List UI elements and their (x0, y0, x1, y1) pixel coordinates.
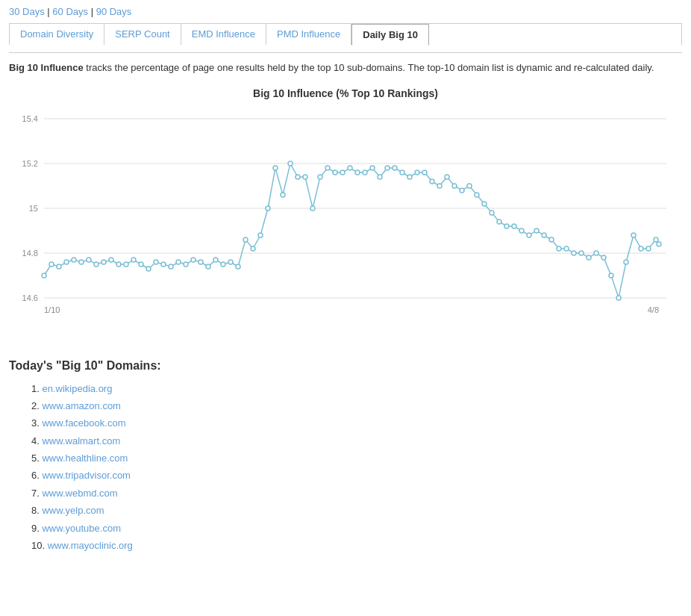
svg-point-88 (609, 273, 613, 278)
svg-point-31 (184, 262, 188, 267)
svg-point-66 (445, 175, 449, 179)
svg-point-92 (639, 246, 643, 251)
chart-points (42, 161, 661, 300)
svg-point-47 (303, 175, 307, 179)
list-item: 3. www.facebook.com (31, 414, 682, 432)
60-days-link[interactable]: 60 Days (52, 6, 88, 17)
svg-point-41 (258, 233, 263, 237)
big10-section: Today's "Big 10" Domains: 1. en.wikipedi… (9, 359, 682, 555)
chart-title: Big 10 Influence (% Top 10 Rankings) (9, 87, 682, 99)
list-item: 2. www.amazon.com (31, 397, 682, 414)
svg-point-51 (333, 170, 337, 175)
svg-point-76 (519, 228, 524, 233)
domain-link-1[interactable]: en.wikipedia.org (42, 383, 112, 394)
svg-point-58 (385, 166, 390, 170)
svg-point-53 (348, 166, 352, 170)
svg-point-49 (318, 175, 322, 179)
svg-point-24 (131, 258, 136, 262)
tab-emd-influence[interactable]: EMD Influence (181, 24, 266, 45)
svg-point-83 (572, 251, 576, 255)
svg-point-37 (228, 260, 233, 264)
svg-point-38 (236, 264, 240, 269)
domain-link-9[interactable]: www.youtube.com (42, 523, 121, 534)
svg-point-65 (437, 184, 442, 188)
domain-link-7[interactable]: www.webmd.com (42, 488, 117, 499)
svg-point-39 (243, 237, 248, 242)
domain-link-8[interactable]: www.yelp.com (42, 505, 104, 516)
svg-point-91 (631, 233, 636, 237)
tab-pmd-influence[interactable]: PMD Influence (266, 24, 351, 45)
domain-link-3[interactable]: www.facebook.com (42, 417, 125, 429)
svg-point-93 (646, 246, 651, 251)
svg-point-23 (124, 262, 128, 267)
svg-point-34 (206, 264, 210, 269)
svg-point-48 (310, 206, 315, 211)
svg-point-95 (657, 242, 661, 246)
list-item: 10. www.mayoclinic.org (31, 537, 682, 554)
svg-text:4/8: 4/8 (648, 305, 659, 314)
svg-point-13 (49, 262, 54, 267)
svg-point-73 (497, 220, 501, 224)
svg-point-50 (325, 166, 330, 170)
chart-container: Big 10 Influence (% Top 10 Rankings) 15.… (9, 87, 682, 344)
svg-point-42 (266, 206, 270, 211)
90-days-link[interactable]: 90 Days (96, 6, 132, 17)
chart-wrap: 15.4 15.2 15 14.8 14.6 1/10 4/8 (17, 105, 674, 344)
svg-point-36 (221, 262, 225, 267)
svg-point-79 (542, 233, 546, 237)
svg-point-40 (251, 246, 255, 251)
svg-point-74 (504, 224, 509, 228)
svg-text:15.4: 15.4 (22, 114, 38, 123)
domain-link-10[interactable]: www.mayoclinic.org (48, 540, 133, 551)
svg-point-32 (191, 258, 196, 262)
svg-point-12 (42, 273, 46, 278)
domain-link-2[interactable]: www.amazon.com (42, 400, 120, 411)
svg-point-14 (57, 264, 61, 269)
svg-point-81 (557, 246, 561, 251)
svg-point-82 (564, 246, 569, 251)
svg-point-67 (452, 184, 457, 188)
svg-point-87 (601, 255, 606, 260)
svg-point-89 (616, 296, 621, 300)
svg-point-90 (624, 260, 628, 264)
tab-domain-diversity[interactable]: Domain Diversity (10, 24, 104, 45)
svg-point-35 (213, 258, 218, 262)
list-item: 5. www.healthline.com (31, 449, 682, 467)
list-item: 8. www.yelp.com (31, 502, 682, 519)
svg-point-25 (139, 262, 143, 267)
30-days-link[interactable]: 30 Days (9, 6, 45, 17)
svg-point-86 (594, 251, 598, 255)
tab-daily-big-10[interactable]: Daily Big 10 (351, 24, 429, 46)
sep2: | (91, 6, 96, 17)
svg-point-22 (116, 262, 121, 267)
description-rest: tracks the percentage of page one result… (84, 62, 654, 73)
svg-point-30 (176, 260, 181, 264)
tabs-wrapper: Domain Diversity SERP Count EMD Influenc… (9, 23, 682, 53)
tabs-bar: Domain Diversity SERP Count EMD Influenc… (9, 23, 682, 45)
svg-point-64 (430, 179, 434, 184)
svg-point-78 (534, 228, 539, 233)
domain-link-5[interactable]: www.healthline.com (42, 452, 128, 464)
svg-point-19 (94, 262, 99, 267)
svg-point-27 (154, 260, 158, 264)
svg-point-68 (460, 188, 464, 193)
svg-text:14.6: 14.6 (22, 293, 38, 302)
svg-point-94 (654, 237, 658, 242)
big10-title: Today's "Big 10" Domains: (9, 359, 682, 373)
svg-text:14.8: 14.8 (22, 249, 38, 258)
domain-link-4[interactable]: www.walmart.com (42, 435, 120, 447)
date-range: 30 Days | 60 Days | 90 Days (9, 6, 682, 17)
svg-point-61 (407, 175, 412, 179)
description-bold: Big 10 Influence (9, 62, 84, 73)
svg-point-33 (198, 260, 203, 264)
svg-point-69 (467, 184, 472, 188)
svg-point-57 (378, 175, 382, 179)
svg-point-77 (527, 233, 531, 237)
svg-point-56 (370, 166, 375, 170)
svg-point-52 (340, 170, 345, 175)
svg-text:15.2: 15.2 (22, 159, 38, 168)
domain-link-6[interactable]: www.tripadvisor.com (42, 470, 130, 481)
tab-serp-count[interactable]: SERP Count (104, 24, 181, 45)
svg-point-62 (415, 170, 419, 175)
svg-point-63 (422, 170, 427, 175)
